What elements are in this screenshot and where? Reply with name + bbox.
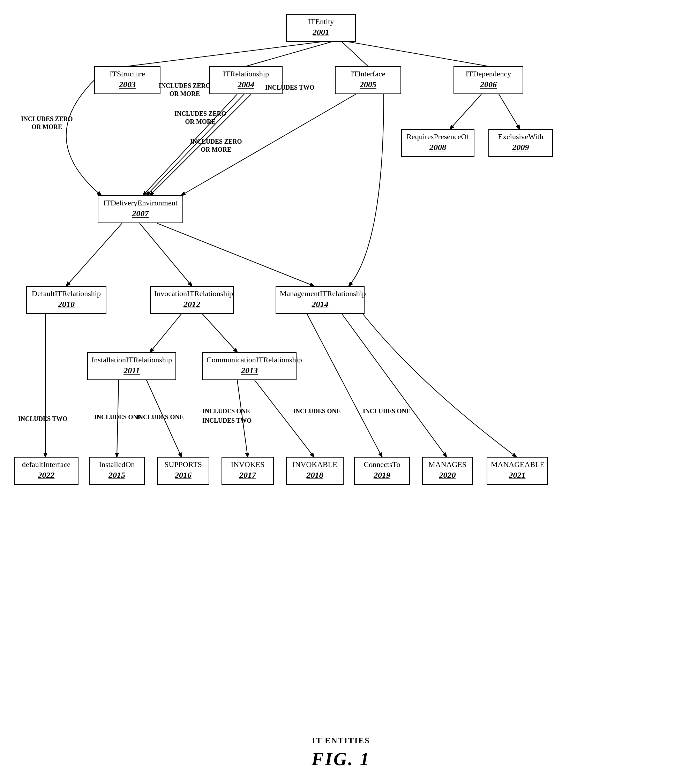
svg-line-19 (255, 380, 314, 457)
node-communicationitrelationship: CommunicationITRelationship 2013 (202, 352, 296, 380)
node-requirespresenceof: RequiresPresenceOf 2008 (401, 129, 475, 157)
svg-line-5 (499, 94, 520, 129)
node-manageable: MANAGEABLE 2021 (487, 457, 548, 485)
label-includes-one-4: INCLUDES ONE (293, 407, 341, 415)
label-includes-zero-or-more-1: INCLUDES ZERO OR MORE (21, 115, 73, 131)
node-itstructure: ITStructure 2003 (94, 66, 161, 94)
svg-line-10 (66, 223, 122, 286)
node-defaultitrelationship: DefaultITRelationship 2010 (26, 286, 107, 314)
label-includes-zero-or-more-4: INCLUDES ZERO OR MORE (190, 138, 242, 153)
svg-line-1 (246, 42, 331, 66)
svg-line-21 (342, 314, 446, 457)
svg-line-20 (307, 314, 382, 457)
label-includes-one-3: INCLUDES ONE (202, 407, 250, 415)
svg-line-12 (157, 223, 314, 286)
label-includes-two-3: INCLUDES TWO (202, 417, 252, 425)
node-managementitrelationship: ManagementITRelationship 2014 (276, 286, 365, 314)
node-installedon: InstalledOn 2015 (89, 457, 145, 485)
node-itinterface: ITInterface 2005 (335, 66, 401, 94)
figure-label: FIG. 1 (0, 749, 682, 769)
node-invocationitrelationship: InvocationITRelationship 2012 (150, 286, 234, 314)
node-supports: SUPPORTS 2016 (157, 457, 209, 485)
node-defaultinterface: defaultInterface 2022 (14, 457, 78, 485)
label-includes-zero-or-more-2: INCLUDES ZERO OR MORE (159, 82, 211, 98)
diagram-caption: IT ENTITIES (0, 736, 682, 745)
label-includes-zero-or-more-3: INCLUDES ZERO OR MORE (174, 110, 226, 126)
label-includes-two-1: INCLUDES TWO (265, 84, 314, 92)
node-invokable: INVOKABLE 2018 (286, 457, 344, 485)
svg-line-11 (140, 223, 192, 286)
svg-line-13 (150, 314, 182, 352)
node-itdeliveryenvironment: ITDeliveryEnvironment 2007 (98, 195, 183, 223)
svg-line-14 (202, 314, 237, 352)
svg-line-3 (349, 42, 488, 66)
node-manages: MANAGES 2020 (422, 457, 473, 485)
svg-line-4 (450, 94, 481, 129)
svg-line-0 (127, 42, 321, 66)
label-includes-one-5: INCLUDES ONE (363, 407, 411, 415)
label-includes-one-2: INCLUDES ONE (136, 413, 184, 421)
diagram: ITEntity 2001 ITStructure 2003 ITRelatio… (0, 0, 682, 732)
node-itentity: ITEntity 2001 (286, 14, 356, 42)
node-connectsto: ConnectsTo 2019 (354, 457, 410, 485)
node-itdependency: ITDependency 2006 (454, 66, 523, 94)
label-includes-one-1: INCLUDES ONE (94, 413, 142, 421)
node-invokes: INVOKES 2017 (221, 457, 274, 485)
label-includes-two-2: INCLUDES TWO (18, 415, 67, 423)
node-installationitrelationship: InstallationITRelationship 2011 (87, 352, 176, 380)
node-exclusivewith: ExclusiveWith 2009 (488, 129, 553, 157)
svg-line-2 (342, 42, 368, 66)
